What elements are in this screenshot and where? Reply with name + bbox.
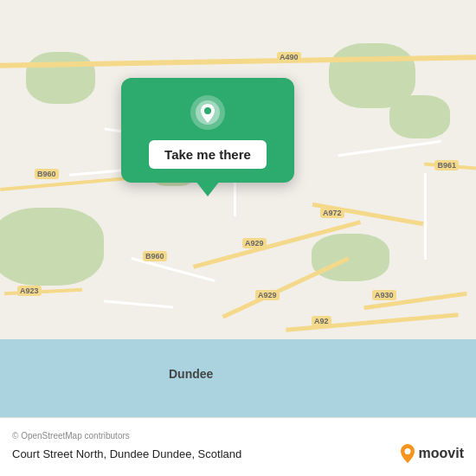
moovit-pin-icon (400, 444, 415, 463)
label-b960-mid: B960 (143, 251, 167, 261)
label-b961: B961 (434, 160, 459, 170)
copyright-text: © OpenStreetMap contributors (12, 431, 464, 441)
city-label: Dundee (169, 367, 213, 381)
label-a92: A92 (312, 316, 331, 326)
park-area (312, 234, 389, 281)
location-pin-icon (189, 93, 227, 132)
park-area (0, 208, 104, 286)
label-a930: A930 (372, 290, 396, 300)
take-me-there-button[interactable]: Take me there (149, 140, 267, 169)
bottom-bar: © OpenStreetMap contributors Court Stree… (0, 417, 476, 476)
location-row: Court Street North, Dundee Dundee, Scotl… (12, 444, 464, 463)
moovit-brand-text: moovit (419, 446, 464, 461)
svg-point-4 (404, 448, 410, 454)
svg-point-3 (204, 107, 211, 114)
label-a929-2: A929 (255, 290, 280, 300)
label-a929-1: A929 (242, 238, 267, 248)
location-text: Court Street North, Dundee Dundee, Scotl… (12, 447, 241, 460)
label-b960-top: B960 (35, 169, 59, 179)
water-tay (0, 339, 476, 417)
park-area (26, 52, 95, 104)
label-a923: A923 (17, 286, 42, 296)
road-white-6 (424, 173, 427, 260)
park-area (389, 95, 450, 138)
label-a490: A490 (277, 52, 301, 62)
map-container: B960 B960 A929 A929 A972 A930 B961 A92 A… (0, 0, 476, 476)
moovit-logo: moovit (400, 444, 464, 463)
label-a972: A972 (320, 208, 344, 218)
popup-card: Take me there (121, 78, 294, 183)
